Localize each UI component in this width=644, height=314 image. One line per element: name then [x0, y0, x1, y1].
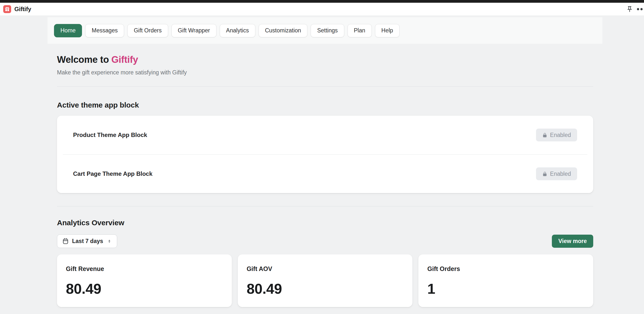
- tab-bar: Home Messages Gift Orders Gift Wrapper A…: [48, 17, 602, 44]
- view-more-button[interactable]: View more: [552, 235, 593, 248]
- app-header: Giftify: [0, 3, 644, 16]
- page-subtitle: Make the gift experience more satisfying…: [57, 69, 593, 76]
- welcome-prefix: Welcome to: [57, 54, 109, 65]
- pushpin-icon[interactable]: [626, 6, 633, 13]
- metric-label: Gift Revenue: [66, 265, 223, 273]
- metric-label: Gift AOV: [247, 265, 404, 273]
- status-badge: Enabled: [550, 170, 571, 177]
- theme-blocks-heading: Active theme app block: [57, 101, 593, 109]
- tab-home[interactable]: Home: [54, 24, 82, 37]
- cart-theme-block-row: Cart Page Theme App Block Enabled: [57, 155, 593, 193]
- status-badge: Enabled: [550, 132, 571, 139]
- tab-analytics[interactable]: Analytics: [220, 24, 255, 37]
- section-divider: [57, 206, 593, 206]
- product-theme-block-status-button[interactable]: Enabled: [536, 129, 577, 142]
- metric-card-gift-orders: Gift Orders 1: [418, 254, 593, 307]
- date-range-select[interactable]: Last 7 days: [57, 234, 117, 248]
- metric-value: 80.49: [66, 280, 223, 297]
- giftify-logo: [3, 5, 11, 13]
- theme-blocks-card: Product Theme App Block Enabled Cart Pag…: [57, 116, 593, 193]
- app-title: Giftify: [14, 6, 31, 13]
- metric-value: 80.49: [247, 280, 404, 297]
- cart-theme-block-status-button[interactable]: Enabled: [536, 167, 577, 180]
- tab-messages[interactable]: Messages: [85, 24, 124, 37]
- cart-theme-block-label: Cart Page Theme App Block: [73, 170, 152, 177]
- product-theme-block-row: Product Theme App Block Enabled: [57, 116, 593, 154]
- tab-plan[interactable]: Plan: [348, 24, 372, 37]
- analytics-controls: Last 7 days View more: [57, 234, 593, 248]
- tab-help[interactable]: Help: [375, 24, 400, 37]
- brand-name: Giftify: [112, 54, 138, 65]
- lock-icon: [542, 133, 548, 138]
- calendar-icon: [62, 238, 69, 245]
- date-range-value: Last 7 days: [72, 238, 103, 245]
- metric-label: Gift Orders: [427, 265, 584, 273]
- metric-value: 1: [427, 280, 584, 297]
- main-content: Welcome toGiftify Make the gift experien…: [57, 44, 593, 307]
- updown-caret-icon: [106, 239, 112, 244]
- gift-icon: [4, 6, 10, 12]
- page-title: Welcome toGiftify: [57, 54, 593, 65]
- tab-gift-wrapper[interactable]: Gift Wrapper: [172, 24, 216, 37]
- header-actions: [626, 3, 644, 15]
- analytics-heading: Analytics Overview: [57, 219, 593, 227]
- metric-card-gift-revenue: Gift Revenue 80.49: [57, 254, 232, 307]
- product-theme-block-label: Product Theme App Block: [73, 132, 147, 139]
- tab-gift-orders[interactable]: Gift Orders: [127, 24, 168, 37]
- section-divider: [57, 86, 593, 87]
- metric-card-gift-aov: Gift AOV 80.49: [238, 254, 413, 307]
- tab-customization[interactable]: Customization: [258, 24, 308, 37]
- metrics-row: Gift Revenue 80.49 Gift AOV 80.49 Gift O…: [57, 254, 593, 307]
- ellipsis-icon[interactable]: [636, 8, 644, 11]
- tab-settings[interactable]: Settings: [310, 24, 344, 37]
- window-top-strip: [0, 0, 644, 3]
- tabs: Home Messages Gift Orders Gift Wrapper A…: [54, 24, 400, 37]
- lock-icon: [542, 171, 548, 176]
